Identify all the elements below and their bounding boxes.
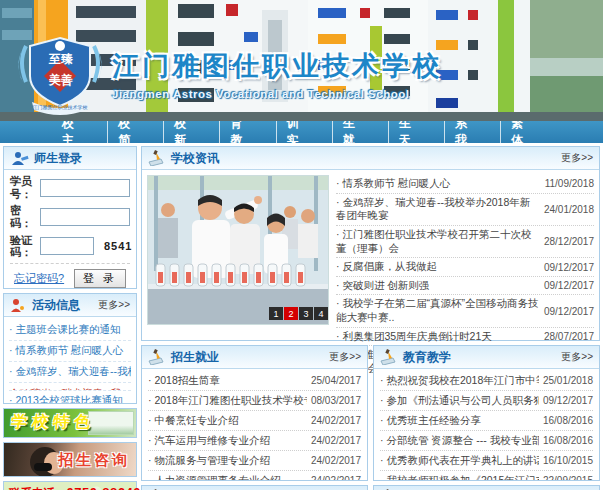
admissions-link[interactable]: 人力资源管理事务专业介绍 (148, 474, 307, 481)
student-id-row: 学员号： (10, 175, 130, 200)
page-dot-1[interactable]: 1 (269, 307, 283, 320)
news-date: 11/09/2018 (545, 178, 594, 189)
news-item: 反腐倡廉，从我做起09/12/2017 (336, 258, 594, 277)
news-item: 我校学子在第二届“真源杯”全国移动商务技能大赛中赛..09/12/2017 (336, 295, 594, 327)
admissions-link[interactable]: 汽车运用与维修专业介绍 (148, 434, 307, 448)
activity-item[interactable]: 主题班会课比赛的通知 (9, 320, 131, 341)
forgot-password-link[interactable]: 忘记密码? (14, 271, 64, 286)
password-label: 密 码： (10, 204, 40, 229)
student-activities-header: 学生活动 更多>> (374, 486, 599, 490)
login-header: 师生登录 (4, 147, 136, 170)
list-item: 参加《刑法通识与公司人员职务犯罪风险防范..09/12/2017 (380, 391, 593, 411)
item-date: 24/02/2017 (311, 415, 361, 426)
pen-paper-icon (379, 349, 398, 365)
activity-title: 活动信息 (32, 297, 93, 314)
news-link[interactable]: 江门雅图仕职业技术学校召开第二十次校董（理事）会 (336, 228, 540, 255)
teaching-more-link[interactable]: 更多>> (561, 350, 593, 364)
training-header: 实训实践 更多>> (142, 486, 367, 490)
admissions-header: 招生就业 更多>> (142, 346, 367, 369)
activity-box: 活动信息 更多>> 主题班会课比赛的通知 情系教师节 慰问暖人心 金鸡辞岁、瑞犬… (3, 293, 137, 404)
teaching-link[interactable]: 分部统管 资源整合 --- 我校专业部建设迈.. (380, 434, 539, 448)
person-login-icon (9, 151, 29, 166)
logo-motto-char: 臻 (60, 52, 74, 66)
admissions-link[interactable]: 物流服务与管理专业介绍 (148, 454, 307, 468)
news-item: 江门雅图仕职业技术学校召开第二十次校董（理事）会28/12/2017 (336, 226, 594, 258)
list-item: 汽车运用与维修专业介绍24/02/2017 (148, 431, 361, 451)
news-date: 24/01/2018 (544, 204, 594, 215)
admissions-link[interactable]: 中餐烹饪专业介绍 (148, 414, 307, 428)
activity-item[interactable]: 情系教师节 慰问暖人心 (9, 341, 131, 362)
consult-banner-label: 招生咨询 (58, 451, 130, 470)
admission-consult-banner[interactable]: 招生咨询 (3, 442, 137, 477)
admissions-link[interactable]: 2018年江门雅图仕职业技术学校专业设置代码. (148, 394, 307, 408)
item-date: 16/10/2015 (543, 455, 593, 466)
school-logo: 至 臻 美 善 江门雅图仕职业技术学校 (12, 32, 108, 118)
news-more-link[interactable]: 更多>> (561, 151, 593, 165)
teaching-box: 教育教学 更多>> 热烈祝贺我校在2018年江门市中等职业学校学..25/01/… (373, 345, 600, 481)
admissions-title: 招生就业 (171, 349, 324, 366)
activity-header: 活动信息 更多>> (4, 294, 136, 317)
news-title: 学校资讯 (171, 150, 556, 167)
news-link[interactable]: 金鸡辞岁、瑞犬迎春--我校举办2018年新春团年晚宴 (336, 196, 540, 223)
news-link[interactable]: 利奥集团35周年庆典倒计时21天 (336, 330, 540, 344)
activity-more-link[interactable]: 更多>> (98, 298, 130, 312)
feature-banner-label: 学校特色 (10, 412, 96, 433)
bottom-row: 实训实践 更多>> 学生活动 更多>> (141, 485, 600, 490)
list-item: 分部统管 资源整合 --- 我校专业部建设迈..16/08/2016 (380, 431, 593, 451)
pen-paper-icon (147, 150, 166, 166)
page-dot-3[interactable]: 3 (299, 307, 313, 320)
student-id-input[interactable] (40, 179, 130, 197)
news-item: 突破则进 创新则强09/12/2017 (336, 277, 594, 296)
news-photo-slider[interactable]: 1 2 3 4 (147, 175, 329, 325)
news-date: 09/12/2017 (544, 262, 594, 273)
list-item: 物流服务与管理专业介绍24/02/2017 (148, 451, 361, 471)
training-box: 实训实践 更多>> (141, 485, 368, 490)
item-date: 24/02/2017 (311, 475, 361, 480)
activity-item[interactable]: 2013全校篮球比赛通知 (9, 391, 131, 403)
phone-line: 联系电话：0750-8864000 (9, 485, 131, 490)
news-list: 情系教师节 慰问暖人心11/09/2018 金鸡辞岁、瑞犬迎春--我校举办201… (336, 175, 594, 335)
news-date: 28/07/2017 (544, 331, 594, 342)
news-link[interactable]: 突破则进 创新则强 (336, 279, 540, 293)
content-column: 学校资讯 更多>> (141, 146, 600, 490)
divider (10, 263, 130, 264)
admissions-box: 招生就业 更多>> 2018招生简章25/04/2017 2018年江门雅图仕职… (141, 345, 368, 481)
news-date: 09/12/2017 (544, 280, 594, 291)
teaching-link[interactable]: 优秀教师代表在开学典礼上的讲话 (380, 454, 539, 468)
teaching-link[interactable]: 优秀班主任经验分享 (380, 414, 539, 428)
captcha-label: 验证码： (10, 234, 40, 259)
person-activity-icon (9, 298, 27, 313)
item-date: 24/02/2017 (311, 435, 361, 446)
item-date: 09/12/2017 (543, 395, 593, 406)
school-news-box: 学校资讯 更多>> (141, 146, 600, 341)
visit-photo (147, 175, 329, 325)
activity-item-scrolling[interactable]: 金鸡辞岁、瑞犬迎春--我校举办20.. (9, 383, 131, 391)
admissions-link[interactable]: 2018招生简章 (148, 374, 307, 388)
list-item: 2018年江门雅图仕职业技术学校专业设置代码.08/03/2017 (148, 391, 361, 411)
password-input[interactable] (40, 208, 130, 226)
news-body: 1 2 3 4 情系教师节 慰问暖人心11/09/2018 金鸡辞岁、瑞犬迎春-… (142, 170, 599, 340)
teaching-link[interactable]: 参加《刑法通识与公司人员职务犯罪风险防范.. (380, 394, 539, 408)
site-title-en: Jiangmen Astros Vocational and Technical… (112, 88, 442, 100)
news-link[interactable]: 反腐倡廉，从我做起 (336, 260, 540, 274)
student-id-label: 学员号： (10, 175, 40, 200)
admissions-more-link[interactable]: 更多>> (329, 350, 361, 364)
page-dot-4[interactable]: 4 (314, 307, 328, 320)
teaching-link[interactable]: 热烈祝贺我校在2018年江门市中等职业学校学.. (380, 374, 539, 388)
list-item: 热烈祝贺我校在2018年江门市中等职业学校学..25/01/2018 (380, 371, 593, 391)
school-feature-banner[interactable]: 学校特色 (3, 408, 137, 438)
login-button[interactable]: 登 录 (74, 269, 126, 288)
item-date: 16/08/2016 (543, 415, 593, 426)
logo-motto-char: 善 (60, 73, 73, 87)
list-item: 优秀教师代表在开学典礼上的讲话16/10/2015 (380, 451, 593, 471)
admissions-list: 2018招生简章25/04/2017 2018年江门雅图仕职业技术学校专业设置代… (142, 369, 367, 480)
logo-motto-char: 美 (48, 73, 61, 87)
logo-motto-char: 至 (48, 52, 61, 66)
captcha-input[interactable] (40, 237, 94, 255)
news-link[interactable]: 情系教师节 慰问暖人心 (336, 177, 541, 191)
item-date: 22/09/2015 (543, 475, 593, 480)
teaching-link[interactable]: 我校老师积极参加《2015年江门市教育统计》.. (380, 474, 539, 481)
activity-item[interactable]: 金鸡辞岁、瑞犬迎春--我校举办20.. (9, 362, 131, 383)
page-dot-2-active[interactable]: 2 (284, 307, 298, 320)
news-link[interactable]: 我校学子在第二届“真源杯”全国移动商务技能大赛中赛.. (336, 297, 540, 324)
